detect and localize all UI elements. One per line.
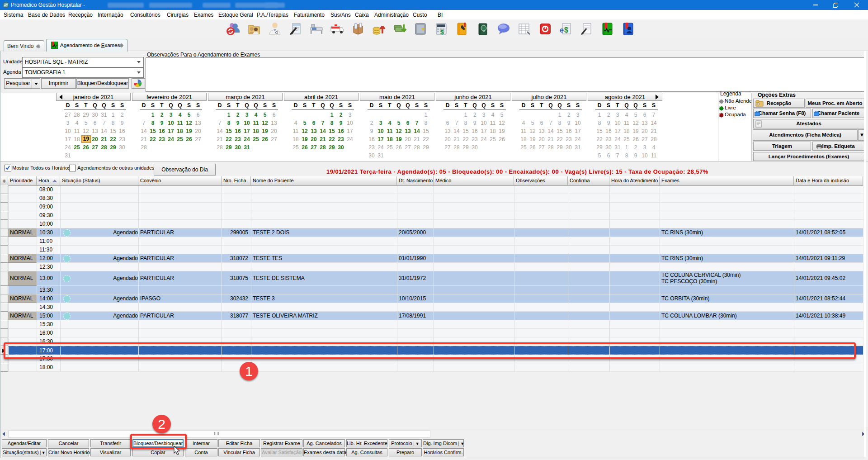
svg-text:$: $ [564,26,568,34]
svg-text:e: e [560,26,564,34]
svg-text:$: $ [440,28,444,36]
